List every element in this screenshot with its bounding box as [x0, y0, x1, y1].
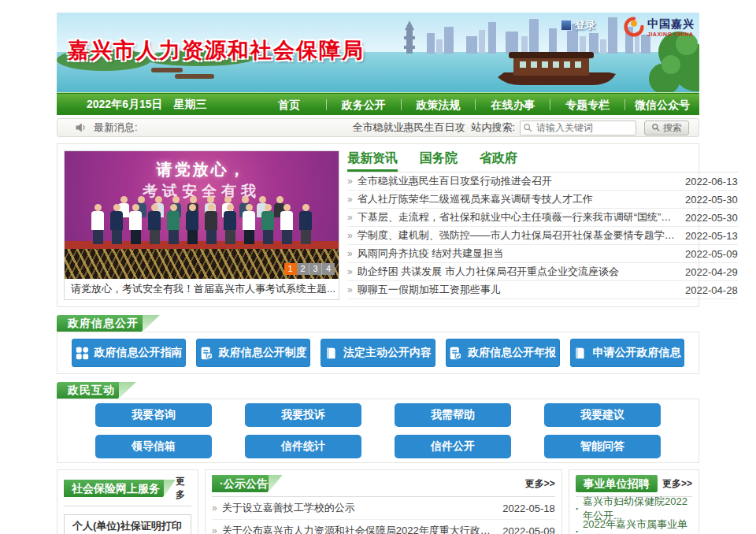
news-list: »全市稳就业惠民生百日攻坚行动推进会召开2022-06-13 »省人社厅陈荣华二…: [347, 172, 738, 300]
interaction-btn-smart-qa[interactable]: 智能问答: [544, 435, 661, 458]
news-row: »全市稳就业惠民生百日攻坚行动推进会召开2022-06-13: [347, 172, 738, 191]
announcement-date: 2022-05-18: [502, 502, 555, 514]
section-title: 政民互动: [57, 382, 126, 399]
announcements-more-link[interactable]: 更多>>: [525, 477, 555, 491]
pager-page-3[interactable]: 3: [309, 263, 322, 275]
news-link[interactable]: 全市稳就业惠民生百日攻坚行动推进会召开: [358, 174, 676, 188]
tab-latest-news[interactable]: 最新资讯: [347, 150, 398, 172]
news-link[interactable]: 省人社厅陈荣华二级巡视员来嘉兴调研专技人才工作: [358, 192, 676, 206]
announcements-header: ·公示公告 更多>>: [212, 475, 555, 497]
recruitment-row: ·2022年嘉兴市属事业单位公开...: [576, 520, 692, 534]
info-btn-label: 申请公开政府信息: [592, 346, 680, 360]
info-btn-annual-report[interactable]: 政府信息公开年报: [446, 339, 560, 367]
section-tab-tail: [164, 480, 176, 497]
nav-item-home[interactable]: 首页: [252, 94, 326, 116]
recruitment-link[interactable]: 2022年嘉兴市属事业单位公开...: [583, 517, 692, 534]
info-btn-guide[interactable]: 政府信息公开指南: [72, 339, 186, 367]
section-tab-tail: [119, 382, 136, 399]
social-service-title: 社会保险网上服务大厅: [64, 480, 171, 497]
announcements-title: ·公示公告: [212, 475, 276, 492]
carousel-photo: 请党放心， 考试安全有我: [65, 151, 339, 279]
social-service-tab: 社会保险网上服务大厅: [64, 480, 176, 497]
search-button-icon: [651, 123, 661, 132]
interaction-btn-suggest[interactable]: 我要建议: [544, 403, 661, 427]
announcement-row: »关于设立嘉善技工学校的公示2022-05-18: [212, 497, 555, 520]
pager-page-4[interactable]: 4: [322, 263, 335, 275]
interaction-btn-letter-stats[interactable]: 信件统计: [245, 435, 361, 458]
double-chevron-icon: »: [347, 212, 353, 223]
double-chevron-icon: »: [347, 176, 353, 187]
book-icon: [324, 347, 338, 360]
double-chevron-icon: »: [347, 194, 353, 205]
nav-item-gov-affairs[interactable]: 政务公开: [327, 94, 401, 116]
double-chevron-icon: »: [347, 284, 353, 295]
recruitment-panel: 事业单位招聘 更多>> ·嘉兴市妇幼保健院2022年公开... ·2022年嘉兴…: [569, 469, 699, 534]
social-service-panel: 社会保险网上服务大厅 更多 个人(单位)社保证明打印 办事指南: [57, 469, 198, 534]
info-btn-label: 法定主动公开内容: [343, 346, 432, 360]
interaction-btn-consult[interactable]: 我要咨询: [95, 403, 212, 427]
site-title: 嘉兴市人力资源和社会保障局: [68, 36, 365, 65]
section-tab-tail: [269, 475, 283, 492]
announcement-link[interactable]: 关于公布嘉兴市人力资源和社会保障局2022年度重大行政决策事...: [222, 524, 494, 534]
pager-page-1[interactable]: 1: [284, 263, 297, 275]
info-btn-statutory-content[interactable]: 法定主动公开内容: [321, 339, 435, 367]
ticker-scrolling-link[interactable]: 全市稳就业惠民生百日攻: [352, 121, 465, 135]
info-disclosure-box: 政府信息公开指南 政府信息公开制度 法定主动公开内容: [57, 332, 699, 374]
page-container: 嘉兴市人力资源和社会保障局 登录 中国嘉兴 JIAXING CHINA 2022…: [57, 13, 699, 534]
recruitment-more-link[interactable]: 更多>>: [662, 477, 692, 491]
pager-page-2[interactable]: 2: [297, 263, 309, 275]
news-date: 2022-04-29: [685, 266, 738, 278]
logo-subtitle: JIAXING CHINA: [647, 32, 695, 37]
bottom-row: 社会保险网上服务大厅 更多 个人(单位)社保证明打印 办事指南 ·公示公告 更多…: [57, 469, 699, 534]
news-row: »省人社厅陈荣华二级巡视员来嘉兴调研专技人才工作2022-05-30: [347, 191, 738, 209]
interaction-btn-need-help[interactable]: 我需帮助: [395, 403, 511, 427]
news-link[interactable]: 下基层、走流程，省社保和就业中心主任项薇一行来我市调研“国统”上线情况: [358, 210, 676, 224]
info-btn-request-disclosure[interactable]: 申请公开政府信息: [570, 339, 684, 367]
login-icon: [561, 20, 572, 31]
news-ticker-bar: 最新消息: 全市稳就业惠民生百日攻 站内搜索: 搜索: [57, 118, 699, 137]
nav-item-special-columns[interactable]: 专题专栏: [550, 94, 624, 116]
news-link[interactable]: 学制度、建机制、强防控——市人力社保局召开社保基金要情专题学习会: [358, 228, 676, 243]
nav-item-online-services[interactable]: 在线办事: [476, 94, 550, 116]
person-figure: [299, 204, 312, 244]
nav-item-policies[interactable]: 政策法规: [402, 94, 476, 116]
news-link[interactable]: 助企纾困 共谋发展 市人力社保局召开重点企业交流座谈会: [358, 265, 676, 279]
person-figure: [110, 204, 123, 244]
book-icon: [573, 347, 587, 360]
recruitment-list: ·嘉兴市妇幼保健院2022年公开... ·2022年嘉兴市属事业单位公开... …: [576, 497, 692, 534]
interaction-btn-leader-mailbox[interactable]: 领导信箱: [95, 435, 212, 458]
announcement-link[interactable]: 关于设立嘉善技工学校的公示: [222, 501, 494, 515]
info-btn-rules[interactable]: 政府信息公开制度: [196, 339, 310, 367]
svc-item-cert-print[interactable]: 个人(单位)社保证明打印: [64, 514, 191, 534]
person-figure: [129, 204, 142, 244]
tab-provincial-gov[interactable]: 省政府: [480, 150, 517, 172]
search-input[interactable]: [520, 121, 636, 135]
news-date: 2022-04-28: [685, 284, 738, 296]
news-link[interactable]: 聊聊五一假期加班工资那些事儿: [358, 283, 676, 297]
jiaxing-logo: 中国嘉兴 JIAXING CHINA: [624, 17, 695, 37]
carousel-caption-link[interactable]: 请党放心，考试安全有我！首届嘉兴市人事考试系统主题...: [65, 279, 339, 299]
news-date: 2022-05-13: [685, 230, 738, 242]
nav-item-wechat[interactable]: 微信公众号: [625, 94, 699, 116]
announcement-row: »关于公布嘉兴市人力资源和社会保障局2022年度重大行政决策事...2022-0…: [212, 520, 555, 534]
social-service-more-link[interactable]: 更多: [176, 475, 191, 502]
search-button[interactable]: 搜索: [644, 121, 689, 135]
announcements-tab: ·公示公告: [212, 475, 283, 492]
interaction-btn-complain[interactable]: 我要投诉: [245, 403, 361, 427]
tab-state-council[interactable]: 国务院: [420, 150, 458, 172]
login-button[interactable]: 登录: [561, 18, 595, 32]
double-chevron-icon: »: [347, 230, 353, 241]
grid-icon: [76, 347, 89, 360]
announcements-panel: ·公示公告 更多>> »关于设立嘉善技工学校的公示2022-05-18 »关于公…: [205, 469, 562, 534]
site-search-label: 站内搜索:: [471, 121, 515, 135]
person-figure: [261, 204, 274, 244]
interaction-btn-letter-disclosure[interactable]: 信件公开: [395, 435, 511, 458]
carousel[interactable]: 请党放心， 考试安全有我: [64, 150, 339, 300]
section-header-interaction: 政民互动: [57, 382, 699, 399]
news-row: »学制度、建机制、强防控——市人力社保局召开社保基金要情专题学习会2022-05…: [347, 227, 738, 245]
news-row: »聊聊五一假期加班工资那些事儿2022-04-28: [347, 281, 738, 299]
login-label: 登录: [575, 18, 595, 32]
news-link[interactable]: 风雨同舟齐抗疫 结对共建显担当: [358, 247, 676, 261]
double-chevron-icon: »: [212, 502, 217, 514]
info-btn-label: 政府信息公开年报: [468, 346, 556, 360]
